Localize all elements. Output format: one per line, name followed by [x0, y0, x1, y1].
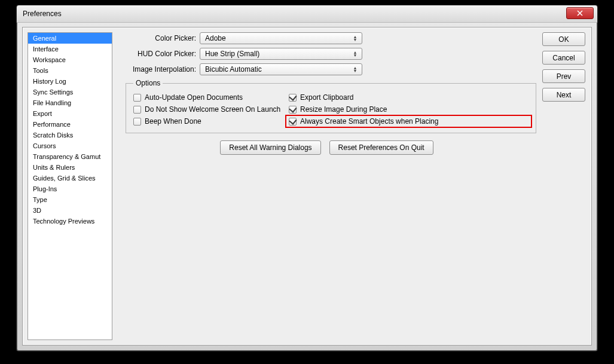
sidebar-item-interface[interactable]: Interface: [28, 44, 112, 54]
next-button[interactable]: Next: [542, 88, 585, 102]
sidebar-item-workspace[interactable]: Workspace: [28, 54, 112, 65]
sidebar-item-plug-ins[interactable]: Plug-Ins: [28, 183, 112, 194]
titlebar[interactable]: Preferences: [17, 5, 597, 23]
checkbox-label: Beep When Done: [145, 117, 201, 126]
sidebar-item-technology-previews[interactable]: Technology Previews: [28, 216, 112, 227]
checkbox-do-not-show-welcome-screen-on-launch[interactable]: Do Not Show Welcome Screen On Launch: [133, 105, 289, 114]
label-image-interpolation: Image Interpolation:: [117, 65, 200, 74]
sidebar-item-scratch-disks[interactable]: Scratch Disks: [28, 130, 112, 140]
select-color-picker[interactable]: Adobe ▲▼: [200, 32, 362, 44]
checkbox-label: Export Clipboard: [300, 93, 353, 102]
options-fieldset: Options Auto-Update Open DocumentsExport…: [126, 79, 536, 133]
checkbox-resize-image-during-place[interactable]: Resize Image During Place: [289, 105, 529, 114]
sidebar-item-3d[interactable]: 3D: [28, 205, 112, 216]
select-image-interpolation-value: Bicubic Automatic: [205, 65, 262, 74]
preferences-window: Preferences GeneralInterfaceWorkspaceToo…: [16, 5, 598, 351]
options-legend: Options: [133, 79, 163, 87]
row-color-picker: Color Picker: Adobe ▲▼: [117, 32, 536, 44]
checkbox-box-icon: [289, 106, 297, 114]
sidebar-item-performance[interactable]: Performance: [28, 119, 112, 130]
select-hud-color-picker-value: Hue Strip (Small): [205, 50, 259, 58]
checkbox-label: Do Not Show Welcome Screen On Launch: [145, 105, 280, 114]
category-sidebar[interactable]: GeneralInterfaceWorkspaceToolsHistory Lo…: [28, 32, 112, 340]
updown-icon: ▲▼: [351, 51, 359, 57]
select-image-interpolation[interactable]: Bicubic Automatic ▲▼: [200, 63, 362, 75]
cancel-button[interactable]: Cancel: [542, 51, 585, 65]
label-hud-color-picker: HUD Color Picker:: [117, 50, 200, 58]
checkbox-box-icon: [289, 118, 297, 126]
select-hud-color-picker[interactable]: Hue Strip (Small) ▲▼: [200, 48, 362, 60]
sidebar-item-file-handling[interactable]: File Handling: [28, 97, 112, 108]
sidebar-item-transparency-gamut[interactable]: Transparency & Gamut: [28, 151, 112, 162]
checkbox-box-icon: [133, 94, 141, 102]
sidebar-item-guides-grid-slices[interactable]: Guides, Grid & Slices: [28, 173, 112, 183]
prev-button[interactable]: Prev: [542, 69, 585, 83]
client-area: GeneralInterfaceWorkspaceToolsHistory Lo…: [22, 27, 592, 345]
sidebar-item-history-log[interactable]: History Log: [28, 76, 112, 87]
ok-button[interactable]: OK: [542, 32, 585, 46]
updown-icon: ▲▼: [351, 66, 359, 72]
reset-row: Reset All Warning Dialogs Reset Preferen…: [117, 140, 536, 155]
checkbox-box-icon: [289, 94, 297, 102]
checkbox-label: Always Create Smart Objects when Placing: [300, 117, 438, 126]
close-button[interactable]: [566, 7, 594, 19]
close-icon: [577, 10, 583, 16]
updown-icon: ▲▼: [351, 35, 359, 41]
main-panel: Color Picker: Adobe ▲▼ HUD Color Picker:…: [117, 32, 536, 340]
dialog-buttons: OK Cancel Prev Next: [542, 32, 585, 102]
sidebar-item-sync-settings[interactable]: Sync Settings: [28, 87, 112, 97]
window-title: Preferences: [23, 10, 62, 18]
row-hud-color-picker: HUD Color Picker: Hue Strip (Small) ▲▼: [117, 48, 536, 60]
checkbox-export-clipboard[interactable]: Export Clipboard: [289, 93, 529, 102]
reset-all-warnings-button[interactable]: Reset All Warning Dialogs: [220, 140, 320, 155]
checkbox-label: Auto-Update Open Documents: [145, 93, 243, 102]
sidebar-item-tools[interactable]: Tools: [28, 65, 112, 76]
sidebar-item-type[interactable]: Type: [28, 194, 112, 205]
row-image-interpolation: Image Interpolation: Bicubic Automatic ▲…: [117, 63, 536, 75]
sidebar-item-cursors[interactable]: Cursors: [28, 140, 112, 151]
checkbox-box-icon: [133, 118, 141, 126]
sidebar-item-export[interactable]: Export: [28, 108, 112, 119]
sidebar-item-general[interactable]: General: [28, 33, 112, 44]
reset-preferences-on-quit-button[interactable]: Reset Preferences On Quit: [329, 140, 433, 155]
sidebar-item-units-rulers[interactable]: Units & Rulers: [28, 162, 112, 173]
checkbox-label: Resize Image During Place: [300, 105, 387, 114]
label-color-picker: Color Picker:: [117, 34, 200, 42]
checkbox-beep-when-done[interactable]: Beep When Done: [133, 117, 289, 126]
checkbox-always-create-smart-objects-when-placing[interactable]: Always Create Smart Objects when Placing: [285, 115, 532, 128]
checkbox-box-icon: [133, 106, 141, 114]
checkbox-auto-update-open-documents[interactable]: Auto-Update Open Documents: [133, 93, 289, 102]
select-color-picker-value: Adobe: [205, 34, 226, 42]
